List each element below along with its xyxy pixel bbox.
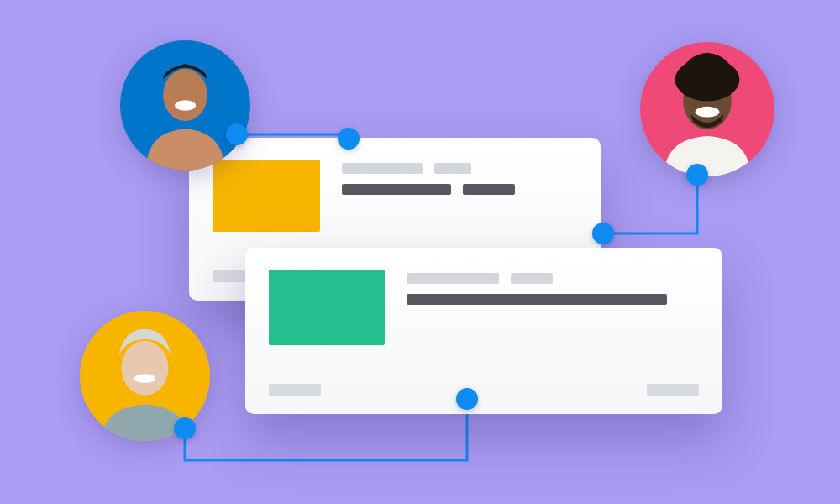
connector-node xyxy=(226,123,248,145)
avatar-person-top-left xyxy=(120,40,250,171)
svg-point-1 xyxy=(163,69,207,121)
placeholder-line xyxy=(463,184,515,195)
placeholder-line xyxy=(342,163,423,174)
connector-node xyxy=(686,164,708,186)
placeholder-line xyxy=(511,273,553,284)
card-thumbnail xyxy=(269,270,385,345)
svg-point-9 xyxy=(134,374,155,383)
placeholder-line xyxy=(407,273,499,284)
connector-node xyxy=(456,388,478,410)
person-icon xyxy=(640,42,774,176)
placeholder-line xyxy=(407,294,667,305)
placeholder-line xyxy=(434,163,471,174)
content-card-2 xyxy=(245,248,722,414)
connector-node xyxy=(174,417,196,439)
svg-point-6 xyxy=(696,107,720,118)
person-icon xyxy=(120,40,250,171)
placeholder-pill xyxy=(647,384,699,396)
placeholder-line xyxy=(342,184,451,195)
card-thumbnail xyxy=(213,160,320,232)
svg-point-5 xyxy=(675,58,740,101)
diagram-canvas xyxy=(0,0,840,504)
connector-node xyxy=(338,128,360,150)
connector-node xyxy=(592,223,614,244)
svg-point-8 xyxy=(122,341,169,396)
svg-point-2 xyxy=(175,100,196,110)
avatar-person-top-right xyxy=(640,42,774,176)
placeholder-pill xyxy=(269,384,321,396)
